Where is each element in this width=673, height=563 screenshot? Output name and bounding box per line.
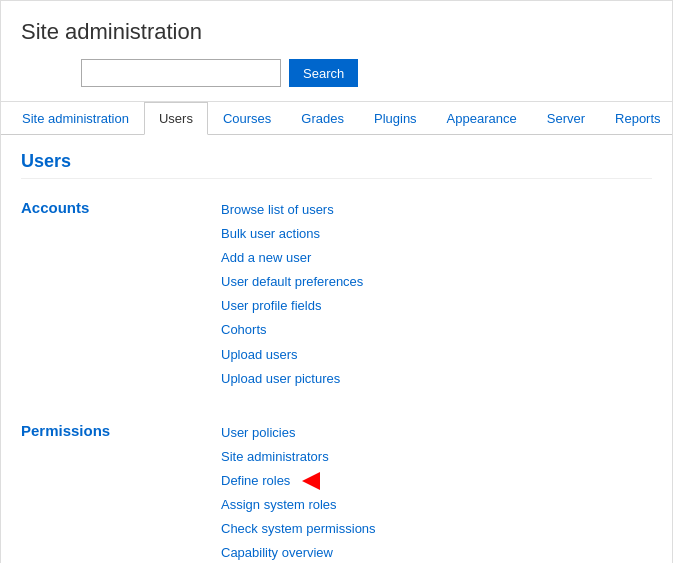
permissions-link[interactable]: Site administrators xyxy=(221,446,397,468)
accounts-link[interactable]: Upload user pictures xyxy=(221,368,363,390)
permissions-link-define-roles[interactable]: Define roles xyxy=(221,470,290,492)
accounts-links: Browse list of usersBulk user actionsAdd… xyxy=(221,199,363,390)
permissions-section: Permissions User policiesSite administra… xyxy=(21,414,652,563)
page-wrapper: Site administration Search Site administ… xyxy=(0,0,673,563)
nav-tabs: Site administrationUsersCoursesGradesPlu… xyxy=(1,102,672,135)
nav-tab-courses[interactable]: Courses xyxy=(208,102,286,135)
users-heading-section: Users xyxy=(21,151,652,179)
accounts-link[interactable]: Upload users xyxy=(221,344,363,366)
accounts-link[interactable]: User default preferences xyxy=(221,271,363,293)
page-title: Site administration xyxy=(21,19,652,45)
accounts-link[interactable]: User profile fields xyxy=(221,295,363,317)
permissions-links: User policiesSite administratorsDefine r… xyxy=(221,422,397,563)
permissions-link[interactable]: Capability overview xyxy=(221,542,397,563)
nav-tab-plugins[interactable]: Plugins xyxy=(359,102,432,135)
main-heading: Users xyxy=(21,151,652,179)
nav-tab-appearance[interactable]: Appearance xyxy=(432,102,532,135)
accounts-link[interactable]: Bulk user actions xyxy=(221,223,363,245)
main-content: Users Accounts Browse list of usersBulk … xyxy=(1,135,672,563)
accounts-section: Accounts Browse list of usersBulk user a… xyxy=(21,191,652,390)
nav-tab-grades[interactable]: Grades xyxy=(286,102,359,135)
nav-tab-reports[interactable]: Reports xyxy=(600,102,673,135)
accounts-link[interactable]: Cohorts xyxy=(221,319,363,341)
nav-tab-site-administration[interactable]: Site administration xyxy=(7,102,144,135)
permissions-title: Permissions xyxy=(21,422,221,563)
permissions-link[interactable]: Assign system roles xyxy=(221,494,397,516)
define-roles-row: Define roles xyxy=(221,470,397,492)
search-button[interactable]: Search xyxy=(289,59,358,87)
permissions-link[interactable]: User policies xyxy=(221,422,397,444)
nav-tab-server[interactable]: Server xyxy=(532,102,600,135)
permissions-link[interactable]: Check system permissions xyxy=(221,518,397,540)
accounts-link[interactable]: Browse list of users xyxy=(221,199,363,221)
search-bar: Search xyxy=(81,59,652,87)
accounts-title: Accounts xyxy=(21,199,221,390)
nav-tab-users[interactable]: Users xyxy=(144,102,208,135)
header: Site administration Search xyxy=(1,1,672,102)
search-input[interactable] xyxy=(81,59,281,87)
define-roles-arrow-icon xyxy=(302,472,320,490)
accounts-link[interactable]: Add a new user xyxy=(221,247,363,269)
